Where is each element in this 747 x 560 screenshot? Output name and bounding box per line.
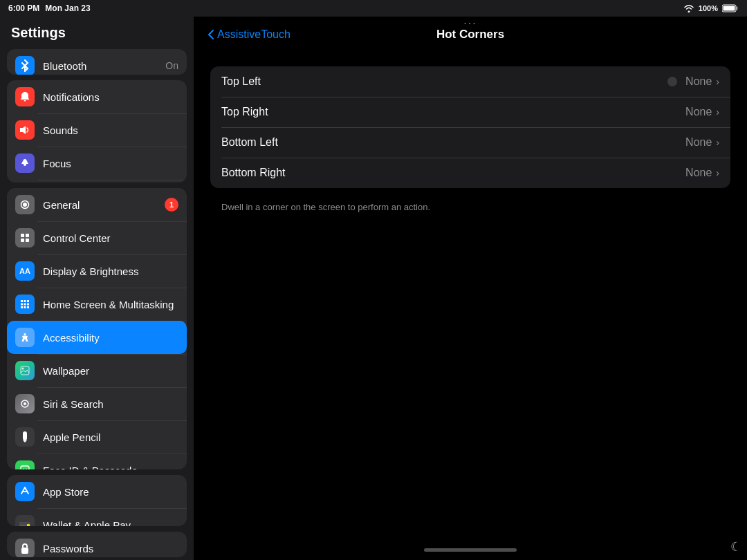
sidebar-item-general[interactable]: General 1 [7,188,187,221]
bottom-left-label: Bottom Left [221,136,685,149]
sidebar-item-notifications[interactable]: Notifications [7,80,187,113]
status-left: 6:00 PM Mon Jan 23 [8,3,91,13]
bottom-right-value: None [685,167,712,179]
top-left-chevron: › [716,76,719,87]
sounds-icon [15,120,35,140]
top-right-chevron: › [716,106,719,118]
sidebar-item-accessibility-label: Accessibility [43,332,178,344]
sidebar-item-display-brightness-label: Display & Brightness [43,265,178,277]
bottom-bar [194,539,747,560]
sidebar-item-focus[interactable]: Focus [7,147,187,180]
general-badge: 1 [165,198,178,212]
battery-percent: 100% [699,4,718,12]
sidebar-item-sounds-label: Sounds [43,124,178,136]
sidebar-item-face-id-label: Face ID & Passcode [43,465,178,470]
sidebar-item-face-id[interactable]: Face ID & Passcode [7,454,187,469]
sidebar-item-wallet[interactable]: Wallet & Apple Pay [7,508,187,526]
sidebar-item-home-screen[interactable]: Home Screen & Multitasking [7,288,187,321]
svg-rect-10 [26,239,29,242]
wifi-icon [683,4,694,12]
svg-rect-2 [723,6,735,11]
top-left-label: Top Left [221,75,667,88]
svg-rect-7 [21,234,24,237]
control-center-icon [15,228,35,248]
battery-icon [722,4,739,12]
sidebar-item-wallpaper-label: Wallpaper [43,365,178,377]
svg-rect-11 [21,300,23,302]
svg-rect-12 [24,300,26,302]
top-right-label: Top Right [221,106,685,118]
home-screen-icon [15,295,35,314]
sidebar-item-bluetooth[interactable]: Bluetooth On [7,49,187,75]
sidebar-item-siri-search[interactable]: Siri & Search [7,387,187,420]
back-button[interactable]: AssistiveTouch [208,28,290,41]
svg-point-22 [22,368,24,370]
svg-point-24 [24,402,26,405]
hot-corner-bottom-right-row[interactable]: Bottom Right None › [210,158,730,188]
sidebar-item-wallpaper[interactable]: Wallpaper [7,354,187,387]
notifications-icon [15,87,35,106]
siri-search-icon [15,394,35,413]
content-area: Top Left None › Top Right None › Bottom … [194,53,747,539]
svg-marker-3 [20,126,26,134]
hot-corner-top-right-row[interactable]: Top Right None › [210,97,730,127]
svg-rect-19 [27,306,29,308]
status-right: 100% [683,4,739,12]
sidebar-item-sounds[interactable]: Sounds [7,113,187,147]
wallpaper-icon [15,361,35,380]
svg-rect-35 [27,524,30,526]
sidebar-item-passwords-label: Passwords [43,543,178,554]
sidebar-section-passwords: Passwords [7,532,187,557]
bottom-right-label: Bottom Right [221,167,685,179]
sidebar-item-apple-pencil[interactable]: Apple Pencil [7,420,187,454]
sidebar-item-wallet-label: Wallet & Apple Pay [43,519,178,527]
sidebar-item-control-center[interactable]: Control Center [7,221,187,254]
hot-corner-top-left-row[interactable]: Top Left None › [210,66,730,97]
wallet-icon [15,515,35,526]
sidebar-item-notifications-label: Notifications [43,91,178,103]
svg-rect-13 [27,300,29,302]
bottom-left-chevron: › [716,137,719,148]
sidebar-item-bluetooth-value: On [165,60,178,71]
bluetooth-icon [15,56,35,75]
sidebar-item-app-store-label: App Store [43,486,178,498]
hot-corner-bottom-left-row[interactable]: Bottom Left None › [210,127,730,158]
general-icon [15,195,35,214]
top-right-value: None [685,106,712,118]
svg-rect-17 [21,306,23,308]
home-indicator [424,548,517,552]
svg-point-29 [26,469,27,469]
svg-rect-8 [26,234,29,237]
app-store-icon [15,482,35,501]
display-brightness-icon: AA [15,261,35,281]
status-bar: 6:00 PM Mon Jan 23 100% [0,0,747,17]
svg-rect-15 [24,304,26,306]
sidebar-item-passwords[interactable]: Passwords [7,532,187,557]
sidebar-item-general-label: General [43,199,165,211]
sidebar-section-notifications: Notifications Sounds Focus [7,80,187,183]
status-time: 6:00 PM [8,3,39,13]
status-date: Mon Jan 23 [45,3,90,13]
sidebar-item-siri-search-label: Siri & Search [43,398,178,410]
passwords-icon [15,539,35,557]
top-left-toggle[interactable] [667,77,677,86]
sidebar-item-app-store[interactable]: App Store [7,475,187,508]
svg-rect-16 [27,304,29,306]
svg-point-5 [23,203,27,207]
svg-point-20 [24,333,26,335]
sidebar: Settings Bluetooth On [0,17,194,560]
sidebar-item-accessibility[interactable]: Accessibility [7,321,187,354]
sidebar-item-focus-label: Focus [43,158,178,169]
topbar-title: Hot Corners [436,28,504,41]
svg-marker-26 [23,440,27,442]
sidebar-item-display-brightness[interactable]: AA Display & Brightness [7,254,187,288]
sidebar-section-general: General 1 Control Center AA [7,188,187,469]
hot-corners-hint: Dwell in a corner on the screen to perfo… [210,196,730,215]
sidebar-item-apple-pencil-label: Apple Pencil [43,431,178,443]
bottom-right-chevron: › [716,167,719,178]
sidebar-item-control-center-label: Control Center [43,232,178,244]
svg-point-28 [23,469,24,469]
back-button-label: AssistiveTouch [217,28,290,41]
svg-rect-1 [737,7,738,10]
sidebar-item-screen-time[interactable]: Screen Time [7,180,187,183]
